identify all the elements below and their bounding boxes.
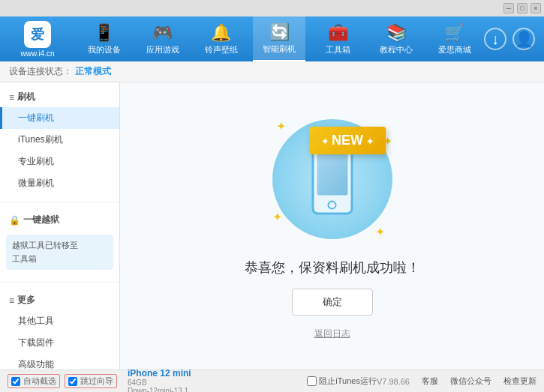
phone-home — [328, 201, 337, 210]
flash-section: ≡ 刷机 一键刷机 iTunes刷机 专业刷机 微量刷机 — [0, 82, 119, 199]
phone-screen — [317, 152, 347, 196]
device-info: iPhone 12 mini 64GB Down-12mini-13,1 — [128, 368, 191, 393]
flash-section-title: ≡ 刷机 — [0, 87, 119, 107]
sidebar-item-download-firmware[interactable]: 下载固件 — [0, 332, 119, 354]
divider-1 — [0, 202, 119, 202]
sidebar-item-itunes-flash[interactable]: iTunes刷机 — [0, 129, 119, 151]
toolbox-label: 工具箱 — [326, 44, 350, 55]
bottom-left: 自动截选 跳过向导 iPhone 12 mini 64GB Down-12min… — [8, 368, 307, 393]
sparkle-1: ✦ — [276, 119, 286, 133]
customer-service-link[interactable]: 客服 — [422, 376, 438, 387]
nav-item-store[interactable]: 🛒 爱思商城 — [428, 16, 481, 61]
maximize-button[interactable]: □ — [517, 3, 527, 13]
check-update-link[interactable]: 检查更新 — [503, 376, 536, 387]
auto-start-label: 自动截选 — [23, 376, 56, 387]
more-section-title: ≡ 更多 — [0, 290, 119, 310]
download-button[interactable]: ↓ — [484, 28, 506, 50]
nav-item-ringtone[interactable]: 🔔 铃声壁纸 — [195, 16, 248, 61]
app-game-label: 应用游戏 — [146, 44, 179, 55]
jailbreak-section-title: 🔒 一键越狱 — [0, 210, 119, 230]
nav-item-smart-flash[interactable]: 🔄 智能刷机 — [253, 16, 305, 61]
lock-icon: 🔒 — [9, 215, 20, 226]
jailbreak-section-label: 一键越狱 — [23, 214, 59, 226]
bottom-bar: 自动截选 跳过向导 iPhone 12 mini 64GB Down-12min… — [0, 370, 544, 392]
logo-text: www.i4.cn — [20, 49, 54, 58]
flash-section-icon: ≡ — [9, 92, 14, 103]
status-bar: 设备连接状态： 正常模式 — [0, 61, 544, 82]
stop-itunes-checkbox[interactable] — [307, 376, 317, 386]
flash-section-label: 刷机 — [17, 91, 35, 103]
sidebar-item-one-key-flash[interactable]: 一键刷机 — [0, 107, 119, 129]
smart-flash-label: 智能刷机 — [263, 43, 296, 55]
version-text: V7.98.66 — [377, 377, 410, 386]
tutorial-icon: 📚 — [386, 23, 407, 43]
content-area: NEW ✦ ✦ ✦ ✦ 恭喜您，保资料刷机成功啦！ 确定 返回日志 — [120, 82, 544, 370]
toolbox-icon: 🧰 — [328, 23, 348, 43]
close-button[interactable]: × — [530, 3, 541, 13]
title-bar-buttons: ─ □ × — [503, 3, 541, 13]
bottom-right: V7.98.66 客服 微信公众号 检查更新 — [377, 376, 536, 387]
nav-right: ↓ 👤 — [484, 28, 544, 50]
ringtone-label: 铃声壁纸 — [205, 44, 238, 55]
sparkle-4: ✦ — [375, 225, 385, 239]
jailbreak-info-box: 越狱工具已转移至 工具箱 — [6, 235, 113, 270]
auto-start-checkbox[interactable] — [11, 377, 20, 386]
logo-icon: 爱 — [24, 21, 51, 48]
nav-item-toolbox[interactable]: 🧰 工具箱 — [311, 16, 364, 61]
stop-itunes-area: 阻止iTunes运行 — [307, 376, 377, 387]
more-section: ≡ 更多 其他工具 下载固件 高级功能 — [0, 286, 119, 370]
celebration-area: NEW ✦ ✦ ✦ ✦ 恭喜您，保资料刷机成功啦！ 确定 返回日志 — [245, 112, 420, 340]
more-section-icon: ≡ — [9, 295, 14, 306]
sidebar-item-pro-flash[interactable]: 专业刷机 — [0, 151, 119, 172]
nav-item-tutorial[interactable]: 📚 教程中心 — [370, 16, 422, 61]
skip-wizard-label: 跳过向导 — [80, 376, 113, 387]
device-model: Down-12mini-13,1 — [128, 387, 191, 393]
nav-item-my-device[interactable]: 📱 我的设备 — [78, 16, 131, 61]
wechat-link[interactable]: 微信公众号 — [450, 376, 491, 387]
main-layout: ≡ 刷机 一键刷机 iTunes刷机 专业刷机 微量刷机 🔒 一键越狱 — [0, 82, 544, 370]
sidebar-item-save-flash[interactable]: 微量刷机 — [0, 172, 119, 194]
app-game-icon: 🎮 — [152, 23, 173, 43]
phone-illustration: NEW ✦ ✦ ✦ ✦ — [265, 112, 400, 247]
sparkle-3: ✦ — [272, 210, 282, 224]
sidebar: ≡ 刷机 一键刷机 iTunes刷机 专业刷机 微量刷机 🔒 一键越狱 — [0, 82, 120, 370]
tutorial-label: 教程中心 — [380, 44, 413, 55]
auto-start-checkbox-area: 自动截选 — [8, 374, 60, 388]
ringtone-icon: 🔔 — [211, 23, 231, 43]
jailbreak-section: 🔒 一键越狱 越狱工具已转移至 工具箱 — [0, 205, 119, 279]
sidebar-item-other-tools[interactable]: 其他工具 — [0, 310, 119, 332]
my-device-icon: 📱 — [94, 23, 114, 43]
confirm-button[interactable]: 确定 — [292, 289, 373, 316]
divider-2 — [0, 282, 119, 283]
title-bar: ─ □ × — [0, 0, 544, 16]
store-label: 爱思商城 — [438, 44, 471, 55]
more-section-label: 更多 — [17, 294, 35, 307]
nav-items: 📱 我的设备 🎮 应用游戏 🔔 铃声壁纸 🔄 智能刷机 🧰 工具箱 📚 教程中心… — [75, 16, 484, 61]
new-badge: NEW — [309, 127, 386, 154]
status-label: 设备连接状态： — [9, 65, 72, 78]
nav-bar: 爱 www.i4.cn 📱 我的设备 🎮 应用游戏 🔔 铃声壁纸 🔄 智能刷机 … — [0, 16, 544, 61]
go-home-link[interactable]: 返回日志 — [314, 328, 350, 340]
logo-area: 爱 www.i4.cn — [0, 21, 75, 58]
store-icon: 🛒 — [444, 23, 464, 43]
device-storage: 64GB — [128, 379, 191, 387]
jailbreak-info-text: 越狱工具已转移至 工具箱 — [12, 241, 78, 263]
status-value: 正常模式 — [75, 65, 111, 78]
stop-itunes-label: 阻止iTunes运行 — [319, 376, 377, 387]
my-device-label: 我的设备 — [88, 44, 121, 55]
nav-item-app-game[interactable]: 🎮 应用游戏 — [137, 16, 189, 61]
minimize-button[interactable]: ─ — [503, 3, 514, 13]
skip-wizard-checkbox-area: 跳过向导 — [65, 374, 117, 388]
smart-flash-icon: 🔄 — [269, 22, 290, 42]
user-button[interactable]: 👤 — [512, 28, 535, 50]
skip-wizard-checkbox[interactable] — [68, 377, 77, 386]
success-text: 恭喜您，保资料刷机成功啦！ — [245, 259, 420, 277]
